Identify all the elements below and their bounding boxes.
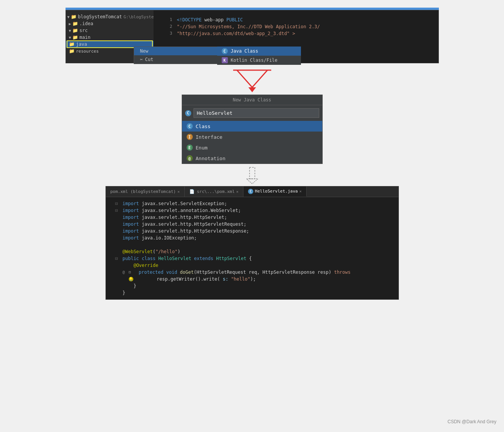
line-numbers-col: ⊟ ⊟ ⊟ (106, 200, 121, 296)
tab-pom-src-icon: 📄 (189, 189, 195, 194)
tab-helloservlet-label: HelloServlet.java (255, 189, 298, 194)
tree-src[interactable]: ▼ 📁 src (66, 27, 154, 34)
class-icon: C (187, 123, 193, 129)
bottom-line-1: import javax.servlet.ServletException; (123, 200, 398, 207)
annotation-icon: @ (187, 155, 193, 161)
src-folder-icon: 📁 (72, 28, 78, 33)
ln8 (106, 221, 118, 228)
tab-pom-src-label: src\...\pom.xml (197, 189, 235, 194)
context-new-label: New (140, 48, 149, 54)
code-col-bottom: import javax.servlet.ServletException; i… (121, 200, 398, 296)
svg-line-0 (237, 70, 252, 87)
dialog-input-icon: C (185, 110, 191, 116)
context-cut-label: Cut (145, 57, 154, 62)
annotation-label: Annotation (196, 156, 226, 161)
dtd-line2: "-//Sun Microsystems, Inc.//DTD Web Appl… (177, 23, 320, 30)
tree-main[interactable]: ▼ 📁 main (66, 34, 154, 41)
kotlin-class-item[interactable]: K Kotlin Class/File (217, 56, 301, 65)
ln9 (106, 228, 118, 234)
small-arrow-container (239, 165, 266, 185)
main-label: main (80, 35, 91, 40)
ln7 (106, 214, 118, 221)
kotlin-label: Kotlin Class/File (231, 58, 278, 63)
ln13: ⊟ (106, 255, 118, 262)
tab-helloservlet-icon: C (248, 189, 253, 194)
bottom-line-13: } (123, 283, 398, 289)
class-label: Class (196, 124, 211, 129)
line-num-2: 2 (170, 23, 173, 30)
svg-marker-3 (248, 87, 256, 92)
dialog-title: New Java Class (182, 95, 322, 105)
doctype-kw: <!DOCTYPE (177, 16, 202, 23)
class-name-input[interactable] (194, 108, 319, 118)
ide-bottom: pom.xml (blogSystemTomcat) ✕ 📄 src\...\p… (106, 186, 399, 300)
tab-pom-main[interactable]: pom.xml (blogSystemTomcat) ✕ (106, 186, 185, 197)
bottom-line-3: import javax.servlet.http.HttpServlet; (123, 214, 398, 221)
svg-marker-5 (246, 179, 258, 184)
bottom-line-6: import java.io.IOException; (123, 234, 398, 241)
new-java-class-dialog: New Java Class C C Class I Interface E E… (182, 95, 323, 164)
java-class-item[interactable]: C Java Class (217, 47, 301, 56)
idea-folder-icon: 📁 (72, 21, 78, 26)
java-label: java (76, 42, 87, 47)
line-num-3: 3 (170, 30, 173, 37)
interface-icon: I (187, 134, 193, 140)
resources-folder-icon: 📁 (69, 48, 75, 54)
dialog-option-interface[interactable]: I Interface (182, 132, 322, 142)
ln14 (106, 262, 118, 269)
gutter-at: @ (123, 269, 129, 276)
ln12 (106, 248, 118, 255)
arrow-down-container (229, 66, 275, 93)
dtd-line3: "http://java.sun.com/dtd/web-app_2_3.dtd… (177, 30, 295, 37)
tree-arrow: ▼ (67, 15, 70, 19)
resources-label: resources (76, 49, 99, 54)
doctype-text: web-app (202, 16, 226, 23)
bottom-line-7 (123, 241, 398, 248)
java-class-icon: C (222, 48, 228, 54)
bottom-line-12: 💡 resp.getWriter().write( s: "hello"); (123, 276, 398, 283)
tab-pom-src-close[interactable]: ✕ (236, 190, 238, 194)
project-icon: 📁 (71, 14, 77, 19)
tab-pom-src[interactable]: 📄 src\...\pom.xml ✕ (185, 186, 243, 197)
code-line-1: 1 <!DOCTYPE web-app PUBLIC (170, 16, 435, 23)
ln10 (106, 234, 118, 241)
cut-icon: ✂ (140, 57, 143, 62)
enum-icon: E (187, 145, 193, 151)
dialog-option-class[interactable]: C Class (182, 121, 322, 132)
ln6: ⊟ (106, 207, 118, 214)
bottom-line-10: @Override (123, 262, 398, 269)
arrow-down-svg (229, 66, 275, 93)
bottom-line-5: import javax.servlet.http.HttpServletRes… (123, 228, 398, 234)
enum-label: Enum (196, 145, 208, 151)
gutter-minus: ⊟ (129, 269, 133, 276)
java-class-submenu: C Java Class K Kotlin Class/File (217, 47, 301, 65)
code-area-bottom: ⊟ ⊟ ⊟ import javax.servlet.ServletExcept… (106, 197, 398, 299)
tree-idea[interactable]: ▶ 📁 .idea (66, 20, 154, 27)
tree-project[interactable]: ▼ 📁 blogSystemTomcat G:\blogSystemTomcat (66, 13, 154, 20)
main-folder-icon: 📁 (72, 35, 78, 40)
src-arrow: ▼ (69, 29, 71, 33)
small-arrow-svg (239, 165, 266, 185)
watermark: CSDN @Dark And Grey (448, 419, 496, 424)
java-class-label: Java Class (231, 48, 258, 54)
project-label: blogSystemTomcat (78, 14, 122, 19)
dialog-input-row: C (182, 105, 322, 121)
tab-helloservlet-close[interactable]: ✕ (299, 189, 302, 193)
bulb-icon: 💡 (129, 277, 133, 281)
tab-helloservlet[interactable]: C HelloServlet.java ✕ (243, 186, 307, 197)
idea-label: .idea (80, 21, 93, 26)
tab-pom-main-label: pom.xml (blogSystemTomcat) (110, 189, 176, 194)
bottom-line-9: public class HelloServlet extends HttpSe… (123, 255, 398, 262)
doctype-public: PUBLIC (226, 16, 243, 23)
dialog-option-enum[interactable]: E Enum (182, 142, 322, 153)
ide-top: ▼ 📁 blogSystemTomcat G:\blogSystemTomcat… (66, 10, 439, 63)
bottom-line-4: import javax.servlet.http.HttpServletReq… (123, 221, 398, 228)
kotlin-icon: K (222, 57, 228, 63)
java-folder-icon: 📁 (69, 42, 75, 47)
tab-bar: pom.xml (blogSystemTomcat) ✕ 📄 src\...\p… (106, 186, 398, 197)
tab-pom-main-close[interactable]: ✕ (178, 190, 180, 194)
ln11 (106, 241, 118, 248)
svg-rect-4 (250, 167, 255, 179)
dialog-option-annotation[interactable]: @ Annotation (182, 153, 322, 164)
line-num-1: 1 (170, 16, 173, 23)
